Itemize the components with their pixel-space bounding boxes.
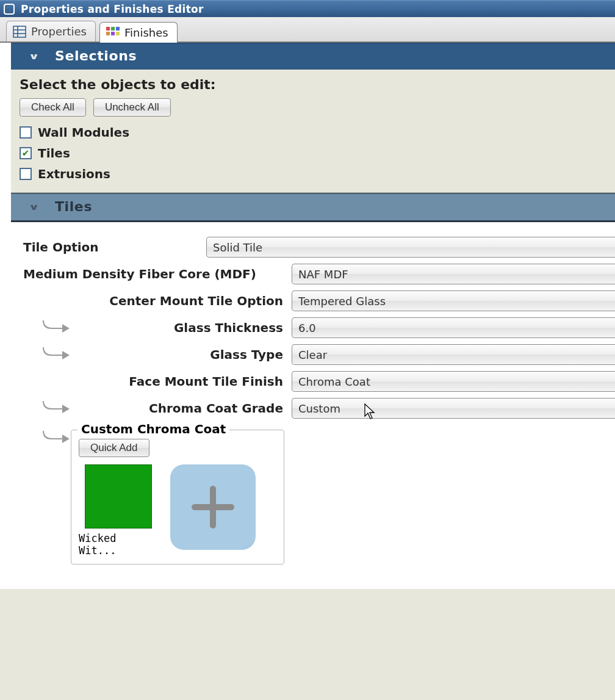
finishes-colors-icon <box>106 27 120 39</box>
custom-chroma-coat-group: Custom Chroma Coat Quick Add Wicked Wit.… <box>71 430 284 565</box>
select-face-mount-finish[interactable]: Chroma Coat <box>292 371 615 392</box>
indent-arrow-icon <box>41 430 66 447</box>
select-center-mount[interactable]: Tempered Glass <box>292 290 615 311</box>
quick-add-button[interactable]: Quick Add <box>79 439 149 457</box>
add-swatch-button[interactable] <box>170 464 256 550</box>
section-title-tiles: Tiles <box>55 199 92 214</box>
checkbox-box <box>20 147 32 159</box>
chevron-down-icon: ∨ <box>28 202 40 212</box>
checkbox-label: Tiles <box>38 146 70 161</box>
swatch-name: Wicked Wit... <box>79 532 158 557</box>
chevron-down-icon: ∨ <box>28 51 40 61</box>
swatch-item[interactable]: Wicked Wit... <box>79 464 158 557</box>
section-title-selections: Selections <box>55 48 137 63</box>
label-tile-option: Tile Option <box>23 240 206 254</box>
selections-body: Select the objects to edit: Check All Un… <box>11 70 615 193</box>
window-titlebar: Properties and Finishes Editor <box>0 0 615 17</box>
content-pane: ∨ Selections Select the objects to edit:… <box>0 43 615 589</box>
select-glass-thickness[interactable]: 6.0 <box>292 317 615 338</box>
tab-finishes[interactable]: Finishes <box>99 22 178 43</box>
checkbox-tiles[interactable]: Tiles <box>20 146 606 161</box>
label-mdf: Medium Density Fiber Core (MDF) <box>23 267 292 281</box>
tab-strip: Properties Finishes <box>0 17 615 43</box>
select-tile-option[interactable]: Solid Tile <box>206 237 615 258</box>
tiles-body: Tile Option Solid Tile Medium Density Fi… <box>11 222 615 589</box>
groupbox-legend: Custom Chroma Coat <box>77 422 229 436</box>
select-chroma-grade[interactable]: Custom <box>292 398 615 419</box>
label-glass-type: Glass Type <box>66 347 292 362</box>
indent-arrow-icon <box>41 319 66 337</box>
section-header-tiles[interactable]: ∨ Tiles <box>11 193 615 222</box>
properties-grid-icon <box>13 26 26 38</box>
section-header-selections[interactable]: ∨ Selections <box>11 43 615 70</box>
tab-properties[interactable]: Properties <box>6 21 96 41</box>
indent-arrow-icon <box>41 346 66 364</box>
check-all-button[interactable]: Check All <box>20 98 86 117</box>
svg-rect-0 <box>13 26 26 37</box>
checkbox-label: Wall Modules <box>38 125 129 140</box>
checkbox-wall-modules[interactable]: Wall Modules <box>20 125 606 140</box>
window-title: Properties and Finishes Editor <box>21 3 204 15</box>
tab-finishes-label: Finishes <box>124 26 168 39</box>
panel: ∨ Selections Select the objects to edit:… <box>11 43 615 589</box>
selections-prompt: Select the objects to edit: <box>20 77 606 92</box>
checkbox-box <box>20 126 32 139</box>
label-center-mount: Center Mount Tile Option <box>66 294 292 308</box>
label-face-mount-finish: Face Mount Tile Finish <box>66 374 292 389</box>
checkbox-extrusions[interactable]: Extrusions <box>20 167 606 181</box>
select-glass-type[interactable]: Clear <box>292 344 615 365</box>
plus-icon <box>192 486 234 529</box>
select-mdf[interactable]: NAF MDF <box>292 264 615 284</box>
indent-arrow-icon <box>41 400 66 417</box>
label-glass-thickness: Glass Thickness <box>66 320 292 335</box>
checkbox-box <box>20 168 32 180</box>
uncheck-all-button[interactable]: Uncheck All <box>93 98 171 117</box>
checkbox-label: Extrusions <box>38 167 110 181</box>
swatch-color <box>85 464 152 529</box>
app-icon <box>4 4 15 15</box>
label-chroma-grade: Chroma Coat Grade <box>66 401 292 416</box>
tab-properties-label: Properties <box>31 25 87 38</box>
